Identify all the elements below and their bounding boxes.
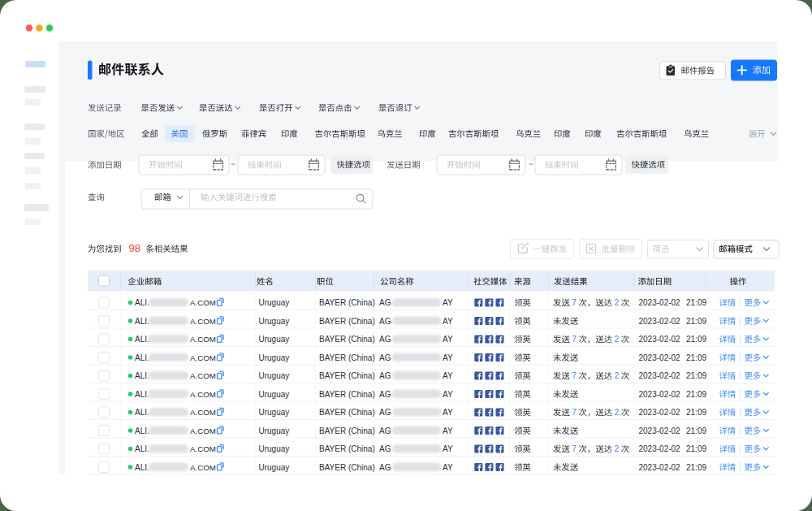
- svg-text:~: ~: [529, 159, 533, 169]
- svg-text:98: 98: [129, 242, 140, 254]
- svg-text:~: ~: [231, 159, 235, 169]
